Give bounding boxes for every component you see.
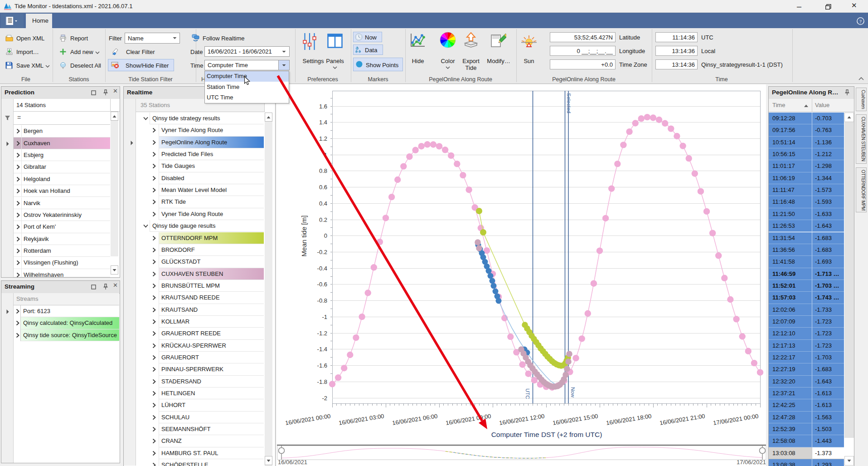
- svg-text:16/06/2021 03:00: 16/06/2021 03:00: [338, 412, 384, 427]
- svg-text:0.4: 0.4: [319, 200, 327, 207]
- svg-text:-0.6: -0.6: [317, 281, 327, 288]
- svg-text:-1.8: -1.8: [317, 378, 327, 385]
- svg-text:1: 1: [324, 152, 327, 158]
- svg-text:0.2: 0.2: [319, 216, 327, 223]
- svg-text:16/06/2021 18:00: 16/06/2021 18:00: [606, 412, 652, 427]
- svg-text:1.2: 1.2: [319, 135, 327, 142]
- svg-text:-1.4: -1.4: [317, 346, 327, 353]
- svg-text:0.8: 0.8: [319, 167, 327, 174]
- svg-text:-0.8: -0.8: [317, 297, 327, 304]
- svg-text:16/06/2021 12:00: 16/06/2021 12:00: [499, 412, 545, 427]
- svg-text:Mean tide [m]: Mean tide [m]: [300, 216, 308, 257]
- svg-text:0.6: 0.6: [319, 184, 327, 191]
- svg-text:16/06/2021 21:00: 16/06/2021 21:00: [659, 412, 705, 427]
- svg-text:1.4: 1.4: [319, 119, 327, 126]
- svg-text:-0.2: -0.2: [317, 249, 327, 255]
- svg-text:-2: -2: [322, 395, 327, 402]
- svg-text:16/06/2021 09:00: 16/06/2021 09:00: [445, 412, 491, 427]
- svg-text:17/06/2021 00:00: 17/06/2021 00:00: [713, 412, 759, 427]
- svg-text:-0.4: -0.4: [317, 265, 327, 272]
- svg-text:16/06/2021 15:00: 16/06/2021 15:00: [552, 412, 598, 427]
- svg-text:Selected: Selected: [566, 93, 572, 113]
- svg-text:16/06/2021 06:00: 16/06/2021 06:00: [392, 412, 438, 427]
- svg-text:0: 0: [324, 232, 327, 239]
- svg-text:UTC: UTC: [525, 388, 530, 399]
- svg-text:-1: -1: [322, 314, 327, 320]
- svg-text:?: ?: [859, 19, 862, 24]
- svg-text:16/06/2021 00:00: 16/06/2021 00:00: [285, 412, 331, 427]
- svg-text:16/06/2021: 16/06/2021: [278, 459, 307, 466]
- svg-text:-1.6: -1.6: [317, 362, 327, 369]
- svg-text:Now: Now: [570, 387, 576, 398]
- svg-text:17/06/2021: 17/06/2021: [737, 459, 766, 466]
- svg-text:-1.2: -1.2: [317, 330, 327, 337]
- svg-text:1.6: 1.6: [319, 103, 327, 110]
- svg-text:Computer Time DST (+2 from UTC: Computer Time DST (+2 from UTC): [491, 431, 602, 438]
